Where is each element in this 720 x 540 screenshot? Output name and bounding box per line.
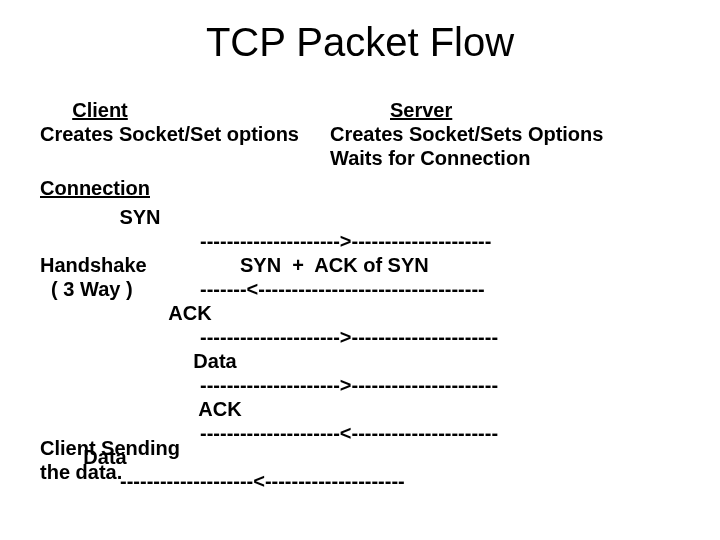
ack-label: ACK	[0, 301, 380, 325]
ack2-label: ACK	[0, 397, 440, 421]
client-column: Client Creates Socket/Set options	[40, 98, 300, 146]
client-sending-note: Client Sending the data.	[40, 436, 180, 484]
server-create-socket: Creates Socket/Sets Options	[330, 122, 650, 146]
server-wait-connection: Waits for Connection	[330, 146, 650, 170]
synack-arrow: -------<--------------------------------…	[200, 277, 485, 301]
ack2-arrow: ---------------------<------------------…	[200, 421, 498, 445]
slide-title: TCP Packet Flow	[0, 20, 720, 65]
data1-label: Data	[0, 349, 430, 373]
syn-arrow: --------------------->------------------…	[200, 229, 491, 253]
data1-arrow: --------------------->------------------…	[200, 373, 498, 397]
server-column: Server Creates Socket/Sets Options Waits…	[330, 98, 650, 170]
blank	[0, 229, 200, 253]
blank	[0, 325, 200, 349]
handshake-label-2: ( 3 Way )	[0, 277, 200, 301]
ack-arrow: --------------------->------------------…	[200, 325, 498, 349]
connection-label: Connection	[40, 177, 150, 200]
client-header: Client	[40, 98, 160, 122]
client-create-socket: Creates Socket/Set options	[40, 122, 300, 146]
synack-label: SYN + ACK of SYN	[200, 253, 429, 277]
syn-label: SYN	[0, 205, 280, 229]
client-sending-line1: Client Sending	[40, 436, 180, 460]
blank	[0, 373, 200, 397]
server-header: Server	[330, 98, 650, 122]
client-sending-line2: the data.	[40, 460, 180, 484]
handshake-label-1: Handshake	[0, 253, 200, 277]
